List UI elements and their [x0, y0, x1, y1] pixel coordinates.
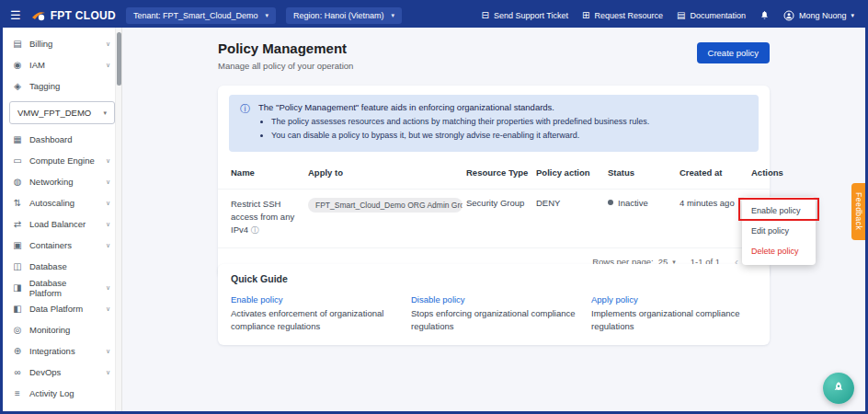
documentation-link[interactable]: ▤ Documentation	[677, 11, 746, 20]
brand-logo[interactable]: FPT CLOUD	[31, 9, 116, 22]
info-banner-bullet: You can disable a policy to bypass it, b…	[271, 129, 649, 143]
tenant-select[interactable]: Tenant: FPT_Smart_Cloud_Demo ▾	[126, 7, 276, 24]
chevron-down-icon: ∨	[106, 284, 110, 291]
quick-guide-entry: Apply policy Implements organizational c…	[591, 294, 757, 333]
scrollbar-thumb[interactable]	[117, 32, 121, 86]
policy-action-cell: DENY	[536, 198, 606, 208]
enable-policy-link[interactable]: Enable policy	[231, 294, 396, 305]
sidebar-item-autoscaling[interactable]: ⇅ Autoscaling ∨	[3, 192, 121, 213]
status-cell: Inactive	[608, 198, 678, 208]
sidebar-item-monitoring[interactable]: ◎ Monitoring	[3, 319, 121, 340]
disable-policy-desc: Stops enforcing organizational complianc…	[411, 307, 577, 333]
sidebar-item-devops[interactable]: ∞ DevOps ∨	[3, 362, 121, 383]
sidebar-item-database-platform[interactable]: ◨ Database Platform ∨	[3, 277, 121, 298]
chevron-down-icon: ∨	[106, 242, 110, 248]
sidebar-item-label: Autoscaling	[29, 198, 74, 208]
sidebar-item-data-platform[interactable]: ◧ Data Platform ∨	[3, 298, 121, 319]
topbar-actions: ⊟ Send Support Ticket ⊞ Request Resource…	[482, 9, 854, 22]
chevron-down-icon: ▾	[392, 12, 395, 19]
document-icon: ▤	[677, 11, 685, 20]
info-banner-list: The policy assesses resources and action…	[258, 115, 649, 144]
load-balancer-icon: ⇄	[12, 220, 23, 229]
menu-item-enable-policy[interactable]: Enable policy	[742, 201, 816, 221]
region-select[interactable]: Region: Hanoi (Vietnam) ▾	[286, 7, 402, 24]
sidebar-item-compute-engine[interactable]: ▭ Compute Engine ∨	[3, 150, 121, 171]
sidebar-item-load-balancer[interactable]: ⇄ Load Balancer ∨	[3, 213, 121, 235]
disable-policy-link[interactable]: Disable policy	[411, 294, 577, 305]
sidebar-item-database[interactable]: ◫ Database	[3, 256, 121, 277]
column-header-name: Name	[231, 167, 306, 178]
info-icon[interactable]: ⓘ	[251, 225, 259, 235]
table-header-row: Name Apply to Resource Type Policy actio…	[218, 157, 770, 189]
page-subtitle: Manage all policy of your operation	[218, 61, 770, 71]
chevron-down-icon: ∨	[106, 62, 110, 68]
chevron-down-icon: ∨	[106, 178, 110, 185]
page-header: Policy Management Manage all policy of y…	[218, 40, 770, 71]
sidebar-item-dashboard[interactable]: ▦ Dashboard	[3, 129, 121, 150]
dashboard-icon: ▦	[12, 135, 23, 144]
menu-icon[interactable]: ☰	[10, 9, 21, 21]
sidebar-item-iam[interactable]: ◉ IAM ∨	[3, 54, 121, 75]
column-header-resource-type: Resource Type	[466, 167, 534, 178]
sidebar-item-label: DevOps	[29, 367, 61, 377]
user-menu[interactable]: Mong Nuong ▾	[783, 10, 854, 21]
request-resource-link[interactable]: ⊞ Request Resource	[582, 11, 663, 20]
apply-policy-link[interactable]: Apply policy	[591, 294, 757, 305]
status-dot-icon	[608, 200, 613, 205]
info-banner-bullet: The policy assesses resources and action…	[271, 115, 649, 129]
project-select-value: VMW_FPT_DEMO	[17, 108, 91, 118]
sidebar-item-networking[interactable]: ◍ Networking ∨	[3, 171, 121, 192]
page-title: Policy Management	[218, 40, 770, 56]
fpt-cloud-logo-icon	[31, 9, 46, 22]
quick-guide-entry: Enable policy Activates enforcement of o…	[231, 294, 396, 333]
chevron-down-icon: ∨	[106, 40, 110, 47]
quick-guide-card: Quick Guide Enable policy Activates enfo…	[218, 264, 770, 345]
monitoring-icon: ◎	[12, 326, 23, 335]
sidebar-item-label: Containers	[29, 240, 72, 250]
containers-icon: ▣	[12, 241, 23, 250]
menu-item-delete-policy[interactable]: Delete policy	[742, 241, 816, 261]
sidebar-item-integrations[interactable]: ⊕ Integrations ∨	[3, 340, 121, 362]
created-at-cell: 4 minutes ago	[680, 198, 749, 208]
column-header-policy-action: Policy action	[536, 167, 606, 178]
sidebar-item-label: Activity Log	[29, 388, 74, 398]
app-window: ☰ FPT CLOUD Tenant: FPT_Smart_Cloud_Demo…	[0, 0, 868, 414]
chevron-down-icon: ▾	[851, 12, 854, 19]
chevron-down-icon: ∨	[106, 200, 110, 206]
iam-icon: ◉	[12, 61, 23, 70]
create-policy-button[interactable]: Create policy	[697, 42, 770, 63]
info-banner-text: The "Policy Management" feature aids in …	[258, 102, 649, 144]
apply-to-cell: FPT_Smart_Cloud_Demo ORG Admin Group	[308, 198, 464, 214]
info-banner: ⓘ The "Policy Management" feature aids i…	[229, 95, 759, 152]
menu-item-edit-policy[interactable]: Edit policy	[742, 221, 816, 241]
bell-icon[interactable]	[760, 9, 770, 22]
support-chat-button[interactable]	[823, 373, 854, 404]
sidebar-item-activity-log[interactable]: ≡ Activity Log	[3, 383, 121, 404]
feedback-tab[interactable]: Feedback	[851, 183, 865, 240]
sidebar-item-tagging[interactable]: ◈ Tagging	[3, 75, 121, 97]
send-support-ticket-link[interactable]: ⊟ Send Support Ticket	[482, 11, 568, 20]
sidebar-item-containers[interactable]: ▣ Containers ∨	[3, 235, 121, 256]
region-label: Region: Hanoi (Vietnam)	[293, 11, 383, 20]
grid-icon: ⊞	[582, 11, 589, 20]
sidebar-item-label: Data Platform	[29, 304, 83, 314]
column-header-status: Status	[608, 167, 678, 178]
sidebar-item-label: Tagging	[29, 81, 60, 91]
sidebar-item-label: Networking	[29, 177, 74, 187]
ticket-icon: ⊟	[482, 11, 489, 20]
billing-icon: ▤	[12, 40, 23, 49]
activity-log-icon: ≡	[12, 389, 23, 398]
project-select[interactable]: VMW_FPT_DEMO ▾	[9, 101, 115, 124]
apply-to-chip: FPT_Smart_Cloud_Demo ORG Admin Group	[308, 198, 463, 213]
brand-name: FPT CLOUD	[51, 9, 116, 22]
tagging-icon: ◈	[12, 82, 23, 91]
quick-guide-grid: Enable policy Activates enforcement of o…	[231, 294, 757, 333]
chevron-down-icon: ∨	[106, 348, 110, 354]
sidebar-item-billing[interactable]: ▤ Billing ∨	[3, 33, 121, 54]
chevron-down-icon: ∨	[106, 221, 110, 227]
row-actions-menu: Enable policy Edit policy Delete policy	[742, 197, 816, 265]
integrations-icon: ⊕	[12, 347, 23, 356]
topbar: ☰ FPT CLOUD Tenant: FPT_Smart_Cloud_Demo…	[3, 3, 865, 28]
sidebar-item-label: Database Platform	[29, 278, 99, 298]
send-support-ticket-label: Send Support Ticket	[494, 11, 568, 20]
